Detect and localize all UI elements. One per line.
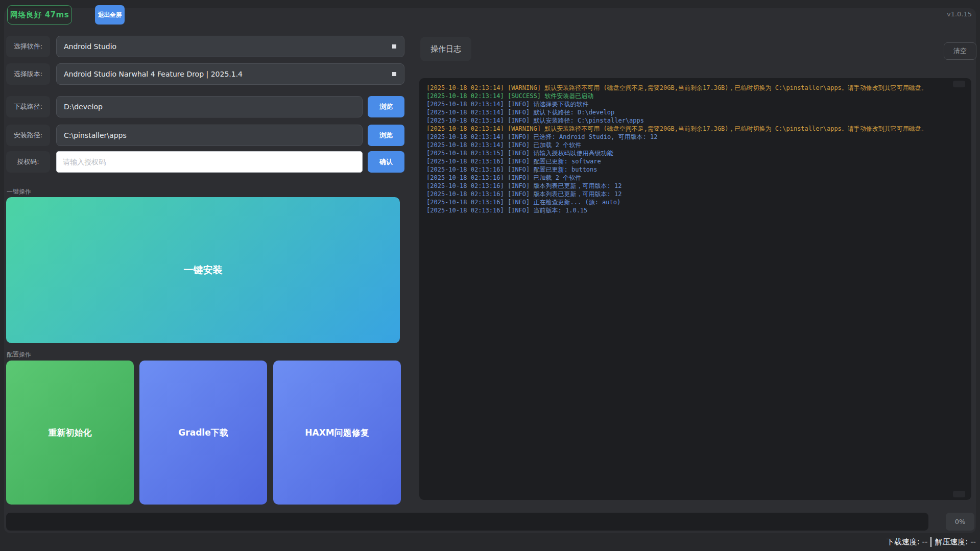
log-entry: [2025-10-18 02:13:14] [WARNING] 默认安装路径不可… [426,84,951,92]
exit-fullscreen-button[interactable]: 退出全屏 [95,5,125,25]
log-entry: [2025-10-18 02:13:14] [INFO] 已选择: Androi… [426,133,951,141]
version-select-value: Android Studio Narwhal 4 Feature Drop | … [64,70,243,78]
dropdown-indicator-icon [392,72,396,76]
progress-percent-value: 0% [955,518,966,525]
app-version-label: v1.0.15 [947,10,972,18]
gradle-download-button[interactable]: Gradle下载 [139,361,267,505]
unzip-speed-label: 解压速度: -- [935,537,976,547]
install-path-input[interactable] [56,125,363,146]
log-entry: [2025-10-18 02:13:15] [INFO] 请输入授权码以使用高级… [426,149,951,157]
download-browse-button[interactable]: 浏览 [368,96,404,117]
reinitialize-button[interactable]: 重新初始化 [6,361,134,505]
log-lines: [2025-10-18 02:13:14] [WARNING] 默认安装路径不可… [426,84,951,214]
network-status-label: 网络良好 47ms [10,10,69,20]
download-path-input[interactable] [56,96,363,117]
log-entry: [2025-10-18 02:13:16] [INFO] 版本列表已更新，可用版… [426,182,951,190]
log-entry: [2025-10-18 02:13:14] [INFO] 默认下载路径: D:\… [426,108,951,116]
install-path-label: 安装路径: [6,125,50,146]
progress-percent-badge: 0% [946,513,974,531]
download-path-label: 下载路径: [6,96,50,117]
log-scroll-down-button[interactable] [953,491,965,497]
clear-log-button[interactable]: 清空 [944,42,976,60]
log-scroll-up-button[interactable] [953,81,965,87]
log-entry: [2025-10-18 02:13:16] [INFO] 当前版本: 1.0.1… [426,206,951,214]
log-entry: [2025-10-18 02:13:16] [INFO] 已加载 2 个软件 [426,174,951,182]
log-entry: [2025-10-18 02:13:16] [INFO] 正在检查更新... (… [426,198,951,206]
log-entry: [2025-10-18 02:13:16] [INFO] 版本列表已更新，可用版… [426,190,951,198]
log-entry: [2025-10-18 02:13:14] [SUCCESS] 软件安装器已启动 [426,92,951,100]
log-entry: [2025-10-18 02:13:14] [WARNING] 默认安装路径不可… [426,125,951,133]
dropdown-indicator-icon [392,44,396,49]
status-separator [930,537,931,547]
operation-log-panel[interactable]: [2025-10-18 02:13:14] [WARNING] 默认安装路径不可… [419,78,971,500]
log-entry: [2025-10-18 02:13:16] [INFO] 配置已更新: butt… [426,165,951,174]
quick-section-title: 一键操作 [7,187,31,196]
license-input[interactable] [56,151,363,173]
progress-bar [6,513,928,531]
version-select[interactable]: Android Studio Narwhal 4 Feature Drop | … [56,63,404,85]
version-label: 选择版本: [6,63,50,85]
license-label: 授权码: [6,151,50,173]
log-entry: [2025-10-18 02:13:14] [INFO] 已加载 2 个软件 [426,141,951,149]
network-status-badge: 网络良好 47ms [7,5,72,25]
software-select-value: Android Studio [64,42,116,51]
log-entry: [2025-10-18 02:13:14] [INFO] 默认安装路径: C:\… [426,116,951,125]
app-window: 网络良好 47ms 退出全屏 v1.0.15 选择软件: Android Stu… [0,0,980,551]
log-panel-title: 操作日志 [420,37,471,61]
software-label: 选择软件: [6,36,50,57]
download-speed-label: 下载速度: -- [887,537,928,547]
license-confirm-button[interactable]: 确认 [368,151,404,173]
log-entry: [2025-10-18 02:13:16] [INFO] 配置已更新: soft… [426,157,951,165]
one-click-install-button[interactable]: 一键安装 [6,197,400,343]
config-section-title: 配置操作 [7,350,31,359]
log-entry: [2025-10-18 02:13:14] [INFO] 请选择要下载的软件 [426,100,951,108]
install-browse-button[interactable]: 浏览 [368,125,404,146]
software-select[interactable]: Android Studio [56,36,404,57]
haxm-fix-button[interactable]: HAXM问题修复 [273,361,401,505]
speed-status-bar: 下载速度: -- 解压速度: -- [887,535,976,548]
